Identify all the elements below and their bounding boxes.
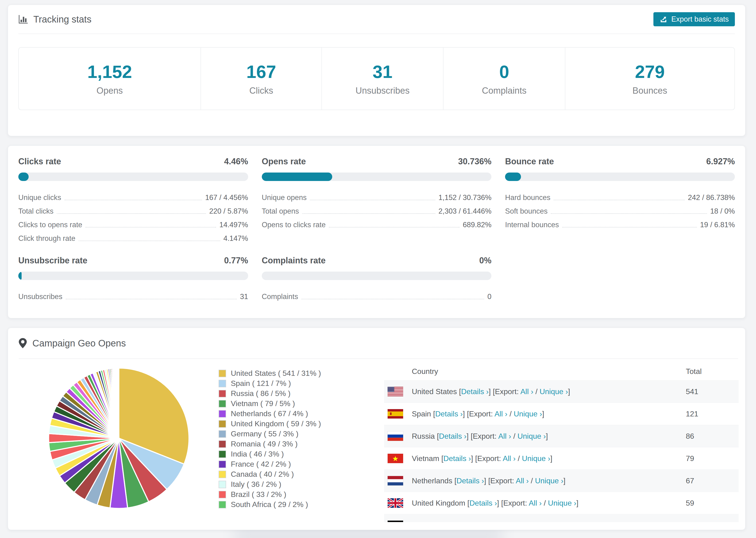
rate-detail-row: Hard bounces242 / 86.738% [505, 190, 735, 203]
export-all-link-united-states[interactable]: All › [520, 387, 533, 396]
stat-value: 167 [246, 62, 276, 82]
country-name: Russia [412, 432, 435, 440]
rates-grid: Clicks rate4.46%Unique clicks167 / 4.456… [8, 146, 745, 302]
legend-swatch [219, 491, 226, 498]
geo-row-total: 541 [686, 381, 698, 403]
geo-row-country-cell: Netherlands [Details ›] [Export: All › /… [412, 470, 566, 492]
export-all-link-netherlands[interactable]: All › [516, 476, 529, 485]
stat-label: Complaints [482, 86, 526, 96]
flag-de-icon [388, 521, 403, 522]
geo-table-header-total: Total [686, 367, 702, 376]
geo-row-country-cell: United Kingdom [Details ›] [Export: All … [412, 492, 578, 514]
rate-detail-label: Unsubscribes [18, 291, 63, 302]
details-link-united-states[interactable]: Details › [461, 387, 489, 396]
rate-panel-opens-rate: Opens rate30.736%Unique opens1,152 / 30.… [262, 157, 492, 244]
details-link-spain[interactable]: Details › [435, 409, 463, 418]
legend-item-brazil: Brazil ( 33 / 2% ) [219, 489, 321, 500]
geo-table-row-united-kingdom: United Kingdom [Details ›] [Export: All … [384, 492, 739, 514]
rate-detail-label: Unique clicks [18, 192, 61, 203]
campaign-geo-opens-header: Campaign Geo Opens [19, 328, 738, 359]
rate-detail-list: Unsubscribes31 [18, 289, 248, 302]
rate-detail-row: Internal bounces19 / 6.81% [505, 217, 735, 231]
progress-bar-fill [18, 272, 22, 280]
export-all-link-russia[interactable]: All › [498, 432, 511, 440]
legend-item-united-states: United States ( 541 / 31% ) [219, 368, 321, 378]
geo-row-total: 86 [686, 425, 694, 447]
legend-label: Vietnam ( 79 / 5% ) [231, 399, 295, 408]
legend-label: France ( 42 / 2% ) [231, 460, 291, 468]
legend-swatch [219, 370, 226, 377]
legend-label: Spain ( 121 / 7% ) [231, 379, 291, 388]
legend-swatch [219, 390, 226, 398]
legend-swatch [219, 501, 226, 509]
legend-label: Brazil ( 33 / 2% ) [231, 490, 287, 499]
geo-row-total: 121 [686, 403, 698, 425]
legend-label: South Africa ( 29 / 2% ) [231, 500, 308, 509]
legend-label: Italy ( 36 / 2% ) [231, 480, 281, 489]
export-unique-link-vietnam[interactable]: Unique › [522, 454, 550, 463]
country-name: Netherlands [412, 476, 453, 485]
legend-swatch [219, 420, 226, 428]
rate-value: 30.736% [458, 157, 491, 166]
legend-swatch [219, 440, 226, 448]
progress-bar [505, 173, 735, 181]
geo-table-header-country: Country [412, 367, 438, 376]
stat-value: 1,152 [87, 62, 132, 82]
rate-detail-value: 220 / 5.87% [209, 205, 248, 217]
export-unique-link-united-states[interactable]: Unique › [540, 387, 568, 396]
progress-bar-fill [505, 173, 521, 181]
export-unique-link-netherlands[interactable]: Unique › [535, 476, 564, 485]
rate-head: Opens rate30.736% [262, 157, 492, 167]
export-icon [660, 15, 668, 23]
dotted-leader [301, 299, 484, 299]
export-all-link-spain[interactable]: All › [495, 409, 507, 418]
export-unique-link-united-kingdom[interactable]: Unique › [548, 499, 576, 507]
stat-value: 0 [499, 62, 509, 82]
geo-row-country-cell: Vietnam [Details ›] [Export: All › / Uni… [412, 447, 553, 470]
rate-title: Bounce rate [505, 157, 554, 166]
export-all-link-vietnam[interactable]: All › [503, 454, 515, 463]
campaign-geo-opens-card: Campaign Geo Opens United States ( 541 /… [8, 328, 745, 530]
export-unique-link-spain[interactable]: Unique › [514, 409, 542, 418]
rate-value: 4.46% [224, 157, 248, 166]
rate-panel-bounce-rate: Bounce rate6.927%Hard bounces242 / 86.73… [505, 157, 735, 244]
rate-detail-row: Unsubscribes31 [18, 289, 248, 302]
legend-item-russia: Russia ( 86 / 5% ) [219, 389, 321, 399]
bracket: ] [Export: [463, 409, 495, 418]
details-link-russia[interactable]: Details › [439, 432, 466, 440]
rate-value: 0.77% [224, 256, 248, 265]
geo-table-row-partial [384, 514, 739, 522]
rate-title: Unsubscribe rate [18, 256, 87, 265]
dotted-leader [79, 241, 220, 241]
stat-label: Unsubscribes [355, 86, 409, 96]
rate-detail-value: 689.82% [463, 219, 491, 231]
stats-row: 1,152Opens167Clicks31Unsubscribes0Compla… [18, 47, 735, 110]
rate-detail-value: 14.497% [219, 219, 248, 231]
bracket: ] [Export: [497, 499, 529, 507]
rate-detail-value: 1,152 / 30.736% [439, 192, 492, 203]
rate-detail-list: Unique opens1,152 / 30.736%Total opens2,… [262, 190, 492, 231]
geo-table-body: United States [Details ›] [Export: All ›… [384, 380, 739, 522]
rate-detail-label: Unique opens [262, 192, 307, 203]
details-link-united-kingdom[interactable]: Details › [469, 499, 497, 507]
rates-card: Clicks rate4.46%Unique clicks167 / 4.456… [8, 145, 745, 318]
stat-label: Bounces [632, 86, 667, 96]
stat-cell-opens: 1,152Opens [19, 48, 200, 110]
geo-table-header-row: Country Total [384, 362, 739, 380]
dotted-leader [65, 200, 202, 200]
progress-bar [18, 173, 248, 181]
details-link-netherlands[interactable]: Details › [457, 476, 484, 485]
rate-panel-clicks-rate: Clicks rate4.46%Unique clicks167 / 4.456… [18, 157, 248, 244]
rate-detail-row: Total opens2,303 / 61.446% [262, 203, 492, 217]
legend-item-canada: Canada ( 40 / 2% ) [219, 469, 321, 479]
export-unique-link-russia[interactable]: Unique › [517, 432, 546, 440]
rate-detail-label: Soft bounces [505, 205, 548, 217]
export-all-link-united-kingdom[interactable]: All › [529, 499, 542, 507]
rate-detail-label: Clicks to opens rate [18, 219, 82, 231]
export-basic-stats-button[interactable]: Export basic stats [653, 12, 735, 26]
rate-detail-value: 19 / 6.81% [700, 219, 735, 231]
legend-swatch [219, 471, 226, 478]
details-link-vietnam[interactable]: Details › [444, 454, 471, 463]
bracket: [ [437, 432, 439, 440]
dotted-leader [562, 227, 697, 228]
